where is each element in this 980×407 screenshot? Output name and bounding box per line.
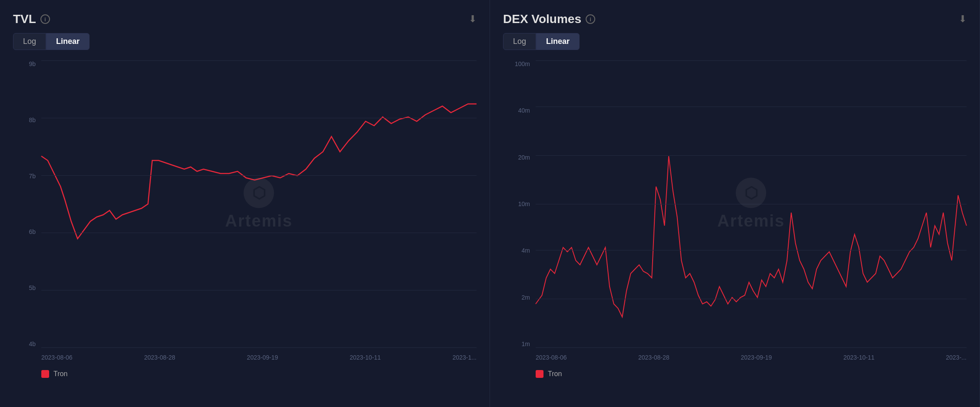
dex-y-1m: 1m bbox=[503, 340, 533, 347]
tvl-gridline-5 bbox=[41, 290, 477, 290]
dex-download-icon[interactable]: ⬇ bbox=[959, 13, 967, 25]
dex-grid-lines bbox=[536, 60, 967, 347]
dex-title: DEX Volumes i bbox=[503, 12, 595, 26]
tvl-toggle-group: Log Linear bbox=[13, 33, 477, 50]
dex-legend-color bbox=[536, 370, 543, 378]
dex-info-icon[interactable]: i bbox=[586, 14, 595, 24]
dex-chart-body: ⬡ Artemis bbox=[536, 60, 967, 347]
tvl-title: TVL i bbox=[13, 12, 50, 26]
tvl-y-4b: 4b bbox=[13, 340, 39, 347]
tvl-panel: TVL i ⬇ Log Linear 9b 8b 7b 6b 5b 4b bbox=[0, 0, 490, 407]
tvl-x-oct-end: 2023-1... bbox=[453, 354, 477, 361]
dex-gridline-2 bbox=[536, 107, 967, 107]
dex-title-text: DEX Volumes bbox=[503, 12, 581, 26]
tvl-chart-area: 9b 8b 7b 6b 5b 4b bbox=[13, 60, 477, 365]
tvl-x-axis: 2023-08-06 2023-08-28 2023-09-19 2023-10… bbox=[41, 350, 477, 365]
dex-y-100m: 100m bbox=[503, 60, 533, 67]
dex-y-10m: 10m bbox=[503, 200, 533, 207]
tvl-legend: Tron bbox=[13, 370, 477, 378]
tvl-header: TVL i ⬇ bbox=[13, 12, 477, 26]
tvl-y-8b: 8b bbox=[13, 117, 39, 123]
tvl-grid-lines bbox=[41, 60, 477, 347]
dex-y-2m: 2m bbox=[503, 294, 533, 301]
tvl-y-5b: 5b bbox=[13, 284, 39, 291]
dex-gridline-5 bbox=[536, 250, 967, 250]
tvl-y-7b: 7b bbox=[13, 173, 39, 180]
dex-x-aug06: 2023-08-06 bbox=[536, 354, 567, 361]
tvl-y-6b: 6b bbox=[13, 228, 39, 235]
tvl-chart-body: ⬡ Artemis bbox=[41, 60, 477, 347]
dex-y-40m: 40m bbox=[503, 107, 533, 114]
tvl-x-aug06: 2023-08-06 bbox=[41, 354, 73, 361]
tvl-x-sep19: 2023-09-19 bbox=[247, 354, 278, 361]
dex-gridline-6 bbox=[536, 299, 967, 299]
dex-x-sep19: 2023-09-19 bbox=[741, 354, 772, 361]
dex-legend: Tron bbox=[503, 370, 967, 378]
tvl-chart-container: 9b 8b 7b 6b 5b 4b bbox=[13, 60, 477, 365]
dex-y-axis: 100m 40m 20m 10m 4m 2m 1m bbox=[503, 60, 533, 347]
dex-x-oct-end: 2023-... bbox=[946, 354, 967, 361]
tvl-x-oct11: 2023-10-11 bbox=[350, 354, 381, 361]
dex-y-20m: 20m bbox=[503, 154, 533, 161]
dex-x-axis: 2023-08-06 2023-08-28 2023-09-19 2023-10… bbox=[536, 350, 967, 365]
dex-panel: DEX Volumes i ⬇ Log Linear 100m 40m 20m … bbox=[490, 0, 980, 407]
tvl-x-aug28: 2023-08-28 bbox=[144, 354, 175, 361]
tvl-log-button[interactable]: Log bbox=[13, 33, 46, 50]
tvl-gridline-3 bbox=[41, 175, 477, 176]
dex-chart-container: 100m 40m 20m 10m 4m 2m 1m bbox=[503, 60, 967, 365]
dex-gridline-7 bbox=[536, 347, 967, 348]
tvl-y-9b: 9b bbox=[13, 60, 39, 67]
dex-header: DEX Volumes i ⬇ bbox=[503, 12, 967, 26]
tvl-linear-button[interactable]: Linear bbox=[46, 33, 90, 50]
dex-log-button[interactable]: Log bbox=[503, 33, 536, 50]
dex-toggle-group: Log Linear bbox=[503, 33, 967, 50]
dex-x-oct11: 2023-10-11 bbox=[843, 354, 875, 361]
tvl-gridline-1 bbox=[41, 60, 477, 61]
tvl-title-text: TVL bbox=[13, 12, 36, 26]
tvl-gridline-2 bbox=[41, 118, 477, 118]
dex-x-aug28: 2023-08-28 bbox=[638, 354, 670, 361]
tvl-legend-color bbox=[41, 370, 49, 378]
dex-linear-button[interactable]: Linear bbox=[536, 33, 580, 50]
dex-gridline-1 bbox=[536, 60, 967, 61]
tvl-gridline-4 bbox=[41, 233, 477, 233]
dex-chart-area: 100m 40m 20m 10m 4m 2m 1m bbox=[503, 60, 967, 365]
dex-gridline-4 bbox=[536, 204, 967, 204]
tvl-legend-label: Tron bbox=[53, 370, 67, 378]
dex-gridline-3 bbox=[536, 155, 967, 156]
tvl-gridline-6 bbox=[41, 347, 477, 348]
dex-legend-label: Tron bbox=[548, 370, 562, 378]
tvl-y-axis: 9b 8b 7b 6b 5b 4b bbox=[13, 60, 39, 347]
tvl-info-icon[interactable]: i bbox=[40, 14, 50, 24]
tvl-download-icon[interactable]: ⬇ bbox=[469, 13, 477, 25]
dex-y-4m: 4m bbox=[503, 247, 533, 254]
